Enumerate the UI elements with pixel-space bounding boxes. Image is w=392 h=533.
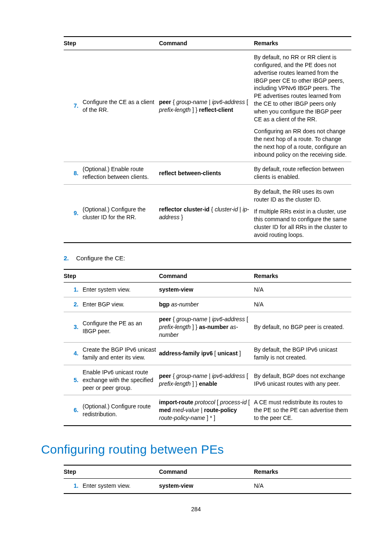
step-remarks: By default, route reflection between cli… [254,162,351,185]
step-number: 9. [64,185,83,243]
table3-body: 1.Enter system view.system-viewN/A [64,478,351,493]
remarks-paragraph: Configuring an RR does not change the ne… [254,127,349,159]
cmd-token: route-policy [204,407,237,413]
remarks-paragraph: By default, BGP does not exchange IPv6 u… [254,372,349,388]
step-remarks: N/A [254,297,351,312]
step-command: reflect between-clients [159,162,254,185]
step-command: bgp as-number [159,297,254,312]
cmd-token: as-number [199,324,228,330]
steps-table-3: Step Command Remarks 1.Enter system view… [64,465,351,494]
cmd-token: peer [159,99,171,105]
cmd-token: | [238,206,242,213]
step-number: 6. [64,395,83,426]
cmd-token: enable [199,380,217,387]
col-command: Command [159,37,254,50]
steps-table-1: Step Command Remarks 7.Configure the CE … [64,36,351,243]
cmd-token: reflector cluster-id [159,206,210,213]
cmd-token: ] } [191,380,199,387]
cmd-token: system-view [159,482,193,489]
cmd-token: [ [215,399,220,406]
step-number: 2. [64,297,83,312]
col-step: Step [64,37,159,50]
table-row: 4.Create the BGP IPv6 unicast family and… [64,342,351,365]
step-command: peer { group-name | ipv6-address [ prefi… [159,50,254,162]
cmd-token: group-name [176,99,208,105]
step-number: 4. [64,342,83,365]
step-command: address-family ipv6 [ unicast ] [159,342,254,365]
cmd-token: system-view [159,286,193,293]
cmd-token: address-family ipv6 [159,350,213,357]
col-command: Command [159,465,254,478]
col-remarks: Remarks [254,465,351,478]
step-remarks: By default, BGP does not exchange IPv6 u… [254,365,351,395]
cmd-token: ipv6-address [212,99,245,105]
cmd-token: { [171,99,176,105]
table-row: 8.(Optional.) Enable route reflection be… [64,162,351,185]
cmd-token: | [208,316,212,322]
remarks-paragraph: N/A [254,301,349,308]
document-page: Step Command Remarks 7.Configure the CE … [0,0,392,533]
step-description: (Optional.) Enable route reflection betw… [83,162,159,185]
step-description: Enter BGP view. [83,297,159,312]
cmd-token: bgp [159,301,170,308]
cmd-token: peer [159,316,171,322]
step-description: (Optional.) Configure the cluster ID for… [83,185,159,243]
col-step: Step [64,465,159,478]
col-command: Command [159,269,254,283]
remarks-paragraph: By default, route reflection between cli… [254,165,349,181]
step-description: Configure the CE as a client of the RR. [83,50,159,162]
table-row: 2.Enter BGP view.bgp as-numberN/A [64,297,351,312]
inter-step-text: Configure the CE: [76,255,125,262]
step-command: system-view [159,478,254,493]
table-row: 3.Configure the PE as an IBGP peer.peer … [64,312,351,343]
remarks-paragraph: By default, no BGP peer is created. [254,323,349,331]
cmd-token: route-policy-name [159,415,205,421]
cmd-token: ] [238,350,241,357]
cmd-token: [ [245,316,248,322]
remarks-paragraph: A CE must redistribute its routes to the… [254,399,349,422]
step-command: system-view [159,283,254,297]
cmd-token: prefix-length [159,380,191,387]
cmd-token: | [199,407,204,413]
table-row: 1.Enter system view.system-viewN/A [64,478,351,493]
step-command: peer { group-name | ipv6-address [ prefi… [159,365,254,395]
step-description: Configure the PE as an IBGP peer. [83,312,159,343]
cmd-token: reflect-client [199,107,233,113]
step-command: peer { group-name | ipv6-address [ prefi… [159,312,254,343]
table-row: 1.Enter system view.system-viewN/A [64,283,351,297]
cmd-token: ipv6-address [212,373,245,379]
cmd-token: { [171,373,176,379]
remarks-paragraph: By default, the RR uses its own router I… [254,188,349,204]
section-heading: Configuring routing between PEs [41,443,349,457]
step-description: Enable IPv6 unicast route exchange with … [83,365,159,395]
cmd-token: unicast [217,350,238,357]
step-number: 7. [64,50,83,162]
cmd-token: group-name [176,373,208,379]
step-number: 5. [64,365,83,395]
remarks-paragraph: By default, the BGP IPv6 unicast family … [254,346,349,362]
cmd-token: import-route [159,399,193,406]
table-header-row: Step Command Remarks [64,465,351,478]
step-remarks: A CE must redistribute its routes to the… [254,395,351,426]
step-command: reflector cluster-id { cluster-id | ip-a… [159,185,254,243]
cmd-token: cluster-id [214,206,238,213]
cmd-token: reflect between-clients [159,170,221,176]
cmd-token: med [159,407,171,413]
cmd-token: { [171,316,176,322]
remarks-paragraph: By default, no RR or RR client is config… [254,53,349,123]
cmd-token: { [210,206,214,213]
table-header-row: Step Command Remarks [64,37,351,50]
table-row: 9.(Optional.) Configure the cluster ID f… [64,185,351,243]
step-command: import-route protocol [ process-id [ med… [159,395,254,426]
step-description: Enter system view. [83,283,159,297]
table1-body: 7.Configure the CE as a client of the RR… [64,50,351,242]
remarks-paragraph: If multiple RRs exist in a cluster, use … [254,208,349,239]
cmd-token: peer [159,373,171,379]
inter-step: 2. Configure the CE: [64,255,349,262]
table-row: 7.Configure the CE as a client of the RR… [64,50,351,162]
table2-body: 1.Enter system view.system-viewN/A2.Ente… [64,283,351,426]
cmd-token: as-number [171,301,199,308]
cmd-token: med-value [173,407,199,413]
cmd-token: protocol [195,399,215,406]
cmd-token: process-id [220,399,247,406]
